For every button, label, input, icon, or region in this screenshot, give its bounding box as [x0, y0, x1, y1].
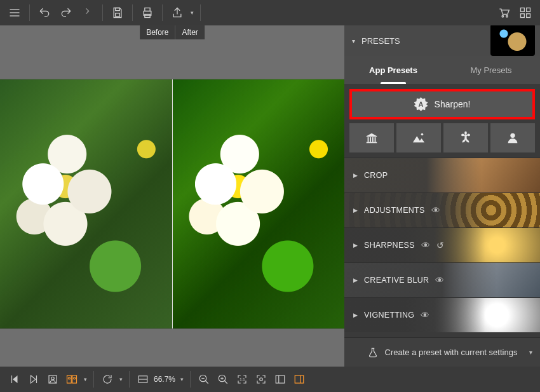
- svg-rect-4: [116, 13, 120, 17]
- svg-rect-16: [372, 137, 374, 142]
- save-button[interactable]: [107, 2, 128, 24]
- svg-rect-17: [375, 137, 376, 142]
- canvas-compare[interactable]: [0, 79, 344, 328]
- separator: [132, 4, 133, 21]
- cat-flower[interactable]: [443, 123, 488, 152]
- single-view-button[interactable]: [43, 370, 62, 389]
- before-after-labels: Before After: [140, 25, 205, 39]
- undo-button[interactable]: [34, 2, 55, 24]
- svg-point-19: [421, 133, 424, 136]
- svg-point-22: [461, 134, 464, 137]
- preset-sharpen-label: Sharpen!: [435, 99, 471, 109]
- visibility-icon[interactable]: 👁: [421, 310, 429, 320]
- preset-sharpen-button[interactable]: A Sharpen!: [349, 89, 535, 119]
- svg-rect-6: [145, 8, 150, 11]
- svg-point-9: [506, 16, 508, 18]
- cat-landscape[interactable]: [396, 123, 441, 152]
- rotate-button[interactable]: [98, 370, 117, 389]
- redo-button[interactable]: [55, 2, 77, 24]
- section-creative-blur[interactable]: ▶ Creative Blur 👁: [344, 262, 540, 297]
- compare-view-button[interactable]: [62, 370, 81, 389]
- collapse-caret-icon[interactable]: ▾: [352, 37, 355, 44]
- svg-rect-47: [276, 375, 285, 383]
- canvas-zone: Before After: [0, 25, 344, 367]
- next-image-button[interactable]: [24, 370, 43, 389]
- svg-rect-7: [145, 15, 150, 18]
- panel-right-icon: [294, 374, 305, 385]
- separator: [129, 371, 130, 388]
- svg-rect-14: [368, 137, 369, 142]
- fit-zoom-button[interactable]: [252, 370, 271, 389]
- zoom-in-button[interactable]: [213, 370, 233, 389]
- svg-rect-18: [367, 142, 377, 143]
- menu-button[interactable]: [4, 2, 25, 24]
- svg-point-25: [510, 133, 515, 138]
- compare-view-icon: [66, 374, 78, 385]
- cat-person[interactable]: [490, 123, 535, 152]
- flower-icon: [459, 131, 473, 145]
- visibility-icon[interactable]: 👁: [421, 240, 430, 250]
- single-view-icon: [47, 374, 58, 385]
- next-icon: [28, 374, 39, 385]
- section-vignetting[interactable]: ▶ Vignetting 👁: [344, 297, 540, 332]
- canvas-bottom-gap: [0, 328, 344, 367]
- create-preset-button[interactable]: Create a preset with current settings ▾: [344, 337, 540, 367]
- expand-caret-icon: ▶: [353, 207, 358, 213]
- before-label: Before: [140, 25, 175, 39]
- tab-my-presets[interactable]: My Presets: [442, 56, 540, 84]
- landscape-icon: [412, 131, 426, 145]
- visibility-icon[interactable]: 👁: [431, 205, 440, 215]
- dropdown-caret-icon[interactable]: ▾: [529, 349, 532, 356]
- svg-marker-28: [31, 375, 36, 383]
- panel-header[interactable]: ▾ PRESETS: [344, 25, 540, 56]
- prev-image-button[interactable]: [5, 370, 24, 389]
- rotate-caret[interactable]: ▾: [117, 376, 125, 382]
- image-after: [172, 79, 345, 328]
- expand-caret-icon: ▶: [353, 312, 358, 318]
- section-crop[interactable]: ▶ Crop: [344, 158, 540, 193]
- section-sharpness-label: Sharpness: [364, 241, 415, 250]
- svg-point-31: [51, 377, 55, 380]
- tab-app-presets[interactable]: App Presets: [344, 56, 442, 84]
- section-creative-blur-label: Creative Blur: [364, 276, 429, 285]
- step-forward-button[interactable]: [77, 2, 98, 24]
- rotate-icon: [102, 374, 113, 385]
- actual-size-icon: 1:1: [236, 374, 248, 385]
- grid-button[interactable]: [515, 2, 536, 24]
- cart-button[interactable]: [493, 2, 515, 24]
- expand-caret-icon: ▶: [353, 242, 358, 248]
- separator: [162, 4, 163, 21]
- cat-museum[interactable]: [349, 123, 394, 152]
- print-button[interactable]: [137, 2, 158, 24]
- zoom-caret[interactable]: ▾: [178, 376, 186, 382]
- svg-marker-27: [13, 375, 18, 383]
- svg-rect-49: [295, 375, 304, 383]
- share-button[interactable]: [166, 2, 188, 24]
- section-adjustments[interactable]: ▶ Adjustments 👁: [344, 193, 540, 227]
- svg-point-46: [260, 378, 263, 381]
- panel-left-icon: [274, 374, 286, 385]
- share-caret[interactable]: ▾: [188, 10, 196, 16]
- right-panel: ▾ PRESETS App Presets My Presets A Sharp…: [344, 25, 540, 367]
- svg-point-21: [464, 132, 467, 135]
- panel-toggle-right-button[interactable]: [290, 370, 309, 389]
- visibility-icon[interactable]: 👁: [435, 275, 444, 285]
- fit-view-button[interactable]: [133, 370, 152, 389]
- undo-icon: [38, 6, 51, 19]
- museum-icon: [365, 131, 379, 145]
- reset-icon[interactable]: ↺: [436, 240, 444, 250]
- zoom-out-button[interactable]: [194, 370, 213, 389]
- svg-point-23: [467, 134, 470, 137]
- zoom-value: 66.7%: [152, 375, 178, 384]
- separator: [93, 371, 94, 388]
- section-sharpness[interactable]: ▶ Sharpness 👁 ↺: [344, 227, 540, 262]
- svg-line-42: [224, 381, 227, 384]
- svg-rect-12: [521, 14, 525, 18]
- panel-toggle-left-button[interactable]: [271, 370, 290, 389]
- flask-icon: [367, 347, 379, 358]
- actual-size-button[interactable]: 1:1: [233, 370, 252, 389]
- view-caret[interactable]: ▾: [81, 376, 90, 382]
- preset-tabs: App Presets My Presets: [344, 56, 540, 84]
- cart-icon: [497, 6, 510, 19]
- section-crop-label: Crop: [364, 171, 388, 180]
